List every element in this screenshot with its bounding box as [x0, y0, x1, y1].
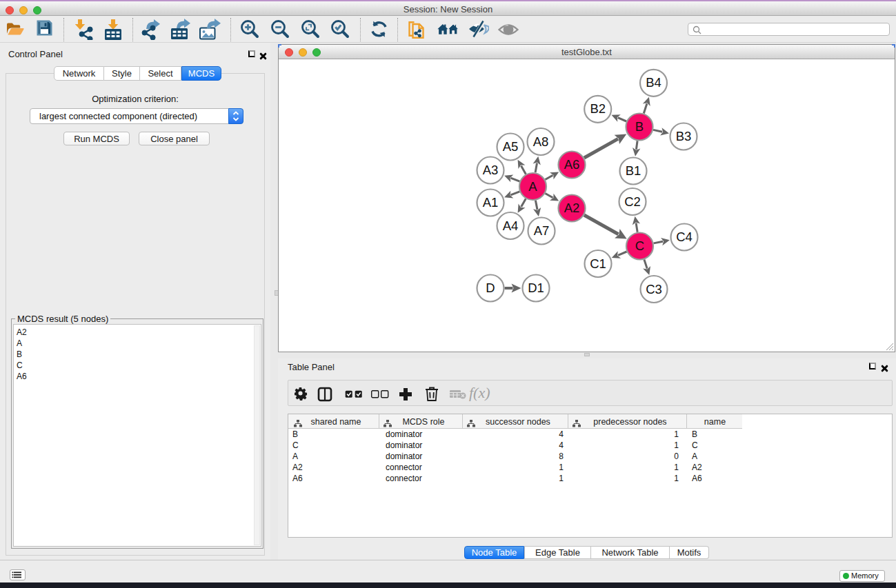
- svg-text:A1: A1: [483, 195, 499, 210]
- svg-text:A2: A2: [564, 201, 580, 215]
- svg-text:C2: C2: [624, 194, 641, 209]
- svg-text:A: A: [528, 179, 537, 194]
- svg-text:B2: B2: [590, 101, 606, 116]
- svg-text:D: D: [486, 281, 495, 295]
- svg-text:B1: B1: [626, 163, 641, 178]
- svg-text:A3: A3: [483, 163, 499, 177]
- svg-text:D1: D1: [528, 281, 544, 295]
- svg-text:A6: A6: [564, 157, 580, 172]
- svg-text:C1: C1: [590, 256, 606, 271]
- svg-text:A8: A8: [533, 134, 549, 149]
- svg-text:B3: B3: [676, 129, 692, 143]
- svg-text:A7: A7: [534, 223, 550, 238]
- svg-text:C3: C3: [646, 282, 662, 296]
- svg-text:B4: B4: [646, 75, 661, 90]
- svg-text:B: B: [635, 119, 644, 134]
- svg-text:C: C: [635, 239, 644, 253]
- svg-text:A4: A4: [503, 219, 519, 233]
- svg-text:A5: A5: [503, 139, 519, 154]
- svg-text:C4: C4: [676, 230, 693, 244]
